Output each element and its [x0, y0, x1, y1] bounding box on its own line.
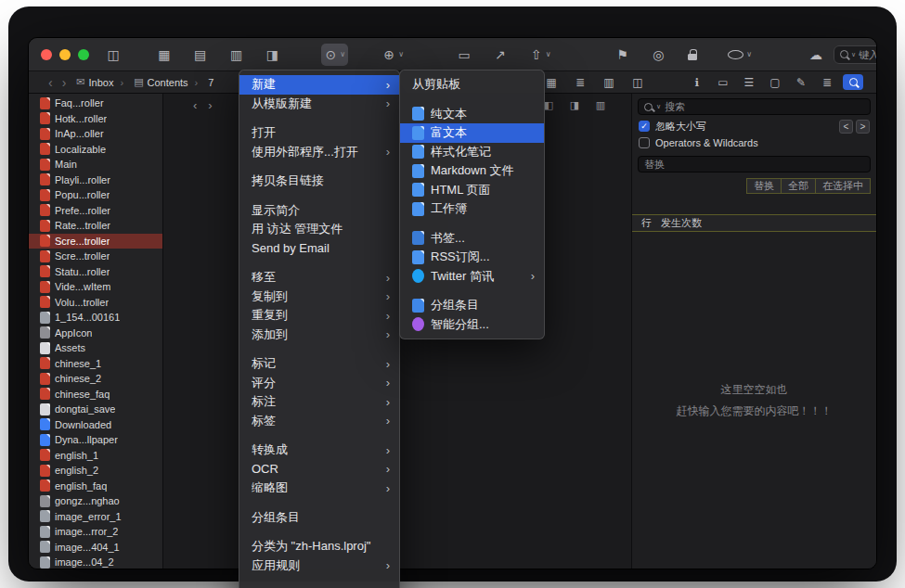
submenu-item[interactable]: RSS订阅... › [400, 248, 544, 267]
context-menu-item[interactable]: 分组条目 › [239, 508, 399, 528]
submenu-item[interactable]: 样式化笔记 › [400, 143, 544, 162]
as-columns-view-button[interactable]: ▥ [599, 74, 619, 90]
submenu-item[interactable]: 富文本 › [400, 123, 544, 143]
context-menu-item[interactable]: › [239, 191, 399, 201]
context-menu-item[interactable]: 显示简介 › [239, 201, 399, 221]
context-menu-item[interactable]: OCR › [239, 460, 399, 479]
sidebar-file-item[interactable]: Playli...roller [29, 173, 162, 188]
context-menu-item[interactable]: 打开 › [239, 123, 399, 143]
context-menu-item[interactable]: 应用规则 › [239, 556, 399, 576]
sidebar-file-item[interactable]: dongtai_save [29, 402, 162, 417]
sidebar-file-item[interactable]: chinese_1 [29, 356, 162, 372]
context-menu-item[interactable]: › [239, 575, 399, 585]
next-match-button[interactable]: > [856, 120, 870, 134]
sidebar-file-item[interactable]: Vide...wItem [29, 279, 162, 295]
sidebar-file-item[interactable]: Localizable [29, 142, 162, 158]
submenu-item[interactable]: HTML 页面 › [400, 181, 544, 200]
sidebar-file-item[interactable]: Popu...roller [29, 187, 162, 203]
submenu-item[interactable]: › [400, 95, 544, 105]
context-menu-item[interactable]: 标注 › [239, 392, 399, 412]
context-menu-item[interactable]: 添加到 › [239, 326, 399, 345]
annotation-icon-button[interactable]: ▭ [713, 74, 733, 90]
operators-checkbox[interactable]: ✓ [639, 137, 650, 148]
sidebar-file-item[interactable]: AppIcon [29, 326, 162, 341]
sidebar-file-item[interactable]: Statu...roller [29, 264, 162, 280]
edit-icon-button[interactable]: ✎ [791, 74, 811, 90]
sidebar-file-item[interactable]: gongz...nghao [29, 493, 162, 509]
context-menu-item[interactable]: › [239, 161, 399, 172]
editor-back-button[interactable]: ‹ [187, 98, 202, 112]
sidebar-file-item[interactable]: Rate...troller [29, 218, 162, 234]
context-menu-item[interactable]: 分类为 "zh-Hans.lproj" › [239, 537, 399, 556]
breadcrumb-item[interactable]: Contents [113, 76, 187, 88]
replace-action-button[interactable]: 在选择中 [815, 178, 871, 194]
zoom-button[interactable] [78, 49, 89, 60]
context-menu-item[interactable]: 用 访达 管理文件 › [239, 220, 399, 239]
view-as-list-button[interactable]: ▤ ∨ [191, 44, 218, 66]
mark-button[interactable]: ◎ ∨ [649, 44, 676, 66]
breadcrumb-item[interactable]: 7 [188, 77, 214, 88]
context-menu-item[interactable]: › [239, 258, 399, 268]
sidebar-file-item[interactable]: Scre...troller [29, 234, 162, 249]
sidebar-file-item[interactable]: 1_154...00161 [29, 310, 162, 326]
sidebar-file-item[interactable]: english_faq [29, 479, 162, 494]
sidebar-file-item[interactable]: Main [29, 157, 162, 173]
sync-button[interactable]: ☁ ∨ [807, 44, 834, 66]
toc-icon-button[interactable]: ≣ [817, 74, 837, 90]
context-menu-item[interactable]: 重复到 › [239, 306, 399, 326]
panel-search-input[interactable] [665, 101, 864, 112]
replace-action-button[interactable]: 全部 [781, 178, 816, 194]
submenu-item[interactable]: 智能分组... › [400, 315, 544, 335]
panel-search-field[interactable]: ∨ [638, 98, 871, 115]
context-menu-item[interactable]: › [239, 344, 399, 354]
context-menu-item[interactable]: 移至 › [239, 268, 399, 288]
sidebar-file-item[interactable]: Scre...troller [29, 249, 162, 264]
back-button[interactable]: ‹ [44, 75, 58, 90]
view-as-columns-button[interactable]: ▥ ∨ [227, 44, 254, 66]
search-icon-button[interactable] [843, 74, 863, 90]
submenu-item[interactable]: › [400, 219, 544, 229]
submenu-item[interactable]: Markdown 文件 › [400, 161, 544, 181]
context-menu-item[interactable]: › [239, 113, 399, 123]
context-menu-item[interactable]: Send by Email › [239, 239, 399, 259]
breadcrumb-item[interactable]: Inbox [76, 76, 113, 88]
info-icon-button[interactable]: ℹ [687, 74, 707, 90]
actions-menu-button[interactable]: ⊙ ∨ [321, 44, 348, 66]
sidebar-file-item[interactable]: image...404_1 [29, 540, 162, 556]
toolbar-search-input[interactable] [859, 49, 877, 60]
context-menu-item[interactable]: 使用外部程序...打开 › [239, 143, 399, 162]
context-menu-item[interactable]: 拷贝条目链接 › [239, 172, 399, 191]
view-as-gallery-button[interactable]: ◨ ∨ [263, 44, 290, 66]
minimize-button[interactable] [59, 49, 71, 60]
sidebar-file-item[interactable]: Downloaded [29, 417, 162, 433]
toolbar-search[interactable]: ∨ [834, 45, 877, 64]
results-column-header[interactable]: 发生次数 [652, 215, 876, 231]
sidebar-file-item[interactable]: Hotk...roller [29, 111, 162, 127]
submenu-item[interactable]: Twitter 简讯 › [400, 267, 544, 287]
sidebar-file-item[interactable]: Dyna...llpaper [29, 432, 162, 448]
ignore-case-checkbox[interactable]: ✓ [639, 121, 650, 132]
sidebar-file-item[interactable]: image...rror_2 [29, 524, 162, 540]
submenu-item[interactable]: 书签... › [400, 229, 544, 249]
sidebar-file-item[interactable]: english_1 [29, 448, 162, 464]
replace-action-button[interactable]: 替换 [746, 178, 782, 194]
context-menu-item[interactable]: 复制到 › [239, 288, 399, 307]
replace-input[interactable] [644, 159, 864, 170]
results-column-header[interactable]: 行 [632, 215, 652, 231]
submenu-item[interactable]: 工作簿 › [400, 199, 544, 219]
sidebar-file-item[interactable]: Volu...troller [29, 295, 162, 311]
as-pages-view-button[interactable]: ◫ [627, 74, 648, 90]
as-list-view-button[interactable]: ≣ [570, 74, 590, 90]
sidebar-file-item[interactable]: image_error_1 [29, 509, 162, 525]
sidebar-file-item[interactable]: Assets [29, 340, 162, 356]
reveal-panel-button[interactable]: ▭ ∨ [455, 44, 482, 66]
context-menu-item[interactable]: 标签 › [239, 412, 399, 431]
sidebar-file-item[interactable]: chinese_2 [29, 371, 162, 387]
context-menu-item[interactable]: › [239, 498, 399, 508]
submenu-item[interactable]: 分组条目 › [400, 296, 544, 315]
context-menu-item[interactable]: 评分 › [239, 374, 399, 393]
submenu-item[interactable]: 从剪贴板 › [400, 75, 544, 95]
context-menu-item[interactable]: 缩略图 › [239, 479, 399, 498]
context-menu-item[interactable]: 新建 › [239, 75, 399, 95]
close-button[interactable] [41, 49, 52, 60]
